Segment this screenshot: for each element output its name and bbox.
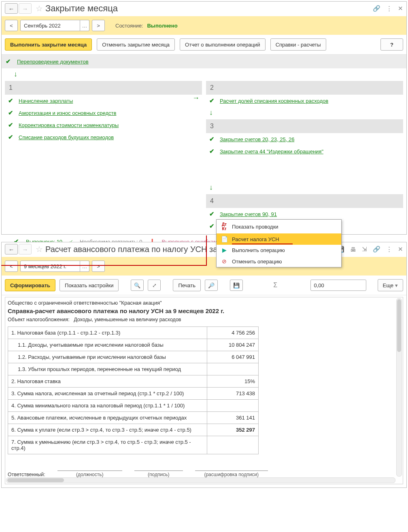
nav-forward-button[interactable]: → bbox=[19, 3, 32, 14]
more-vertical-icon[interactable]: ⋮ bbox=[386, 246, 392, 253]
connector-line bbox=[206, 235, 207, 266]
references-button[interactable]: Справки - расчеты bbox=[270, 38, 326, 51]
sum-field[interactable]: 0,00 bbox=[310, 280, 366, 291]
stage-2-header: 2 bbox=[206, 81, 403, 95]
check-icon: ✔ bbox=[7, 97, 14, 104]
table-row: 1.2. Расходы, учитываемые при исчислении… bbox=[8, 351, 259, 363]
print-icon[interactable]: 🖶 bbox=[350, 246, 356, 253]
operation-link[interactable]: Закрытие счета 44 "Издержки обращения" bbox=[220, 148, 323, 155]
table-row: 7. Сумма к уменьшению (если стр.3 > стр.… bbox=[8, 436, 259, 454]
nav-back-button[interactable]: ← bbox=[5, 3, 18, 14]
favorite-star-icon[interactable]: ☆ bbox=[36, 4, 43, 13]
report-title: Справка-расчет авансового платежа по нал… bbox=[8, 307, 400, 315]
cancel-icon: ⊘ bbox=[221, 258, 228, 265]
link-icon[interactable]: 🔗 bbox=[373, 246, 380, 253]
check-icon: ✔ bbox=[5, 58, 11, 65]
window-title: Закрытие месяца bbox=[45, 3, 118, 14]
ctx-cancel-operation[interactable]: ⊘Отменить операцию bbox=[217, 256, 341, 267]
export-icon[interactable]: ⇲ bbox=[362, 246, 367, 253]
stage-4-header: 4 bbox=[206, 194, 403, 208]
responsible-label: Ответственный: bbox=[8, 472, 45, 477]
link-icon[interactable]: 🔗 bbox=[373, 5, 380, 12]
signature-caption: (расшифровка подписи) bbox=[195, 472, 268, 477]
ctx-run-operation[interactable]: ▶Выполнить операцию bbox=[217, 244, 341, 256]
repost-documents-link[interactable]: Перепроведение документов bbox=[17, 59, 89, 65]
signature-blank bbox=[57, 465, 122, 471]
operations-report-button[interactable]: Отчет о выполнении операций bbox=[180, 38, 266, 51]
chevron-down-icon: ▾ bbox=[395, 282, 398, 288]
signature-blank bbox=[195, 465, 268, 471]
save-button[interactable]: 💾 bbox=[230, 280, 243, 291]
down-arrow-icon: ↓ bbox=[14, 70, 17, 78]
down-arrow-icon: ↓ bbox=[209, 183, 213, 191]
period-next-button[interactable]: > bbox=[92, 20, 105, 31]
ctx-show-postings[interactable]: ДтКтПоказать проводки bbox=[217, 220, 341, 233]
table-row: 6. Сумма к уплате (если стр.3 > стр.4, т… bbox=[8, 424, 259, 436]
period-prev-button[interactable]: < bbox=[5, 20, 18, 31]
signature-caption: (подпись) bbox=[134, 472, 183, 477]
table-row: 5. Авансовые платежи, исчисленные в пред… bbox=[8, 412, 259, 424]
operation-link[interactable]: Амортизация и износ основных средств bbox=[19, 110, 116, 116]
find-button[interactable]: 🔍 bbox=[131, 280, 144, 291]
operation-link[interactable]: Корректировка стоимости номенклатуры bbox=[19, 122, 119, 128]
close-icon[interactable]: ✕ bbox=[398, 5, 403, 12]
tax-object-value: Доходы, уменьшенные на величину расходов bbox=[74, 317, 181, 322]
check-icon: ✔ bbox=[208, 136, 215, 143]
horizontal-scrollbar[interactable] bbox=[6, 477, 395, 483]
state-caption: Состояние: bbox=[115, 23, 143, 29]
vertical-scrollbar[interactable] bbox=[396, 298, 402, 477]
state-value: Выполнено bbox=[147, 23, 177, 29]
form-report-button[interactable]: Сформировать bbox=[5, 279, 55, 291]
nav-back-button[interactable]: ← bbox=[5, 244, 18, 254]
document-icon: 📄 bbox=[221, 236, 228, 242]
ctx-tax-calc[interactable]: 📄Расчет налога УСН bbox=[217, 233, 341, 245]
preview-button[interactable]: 🔎 bbox=[205, 280, 218, 291]
organization-name: Общество с ограниченной ответственностью… bbox=[8, 299, 400, 307]
check-icon: ✔ bbox=[7, 134, 14, 141]
scrollbar-thumb[interactable] bbox=[397, 299, 401, 352]
period-next-button[interactable]: > bbox=[92, 261, 105, 272]
connector-line bbox=[1, 265, 207, 266]
table-row: 1.1. Доходы, учитываемые при исчислении … bbox=[8, 339, 259, 351]
operation-link[interactable]: Начисление зарплаты bbox=[19, 98, 73, 104]
period-picker-button[interactable]: … bbox=[80, 261, 89, 272]
scrollbar-thumb[interactable] bbox=[7, 478, 64, 482]
nav-forward-button[interactable]: → bbox=[19, 244, 32, 254]
table-row: 2. Налоговая ставка15% bbox=[8, 375, 259, 388]
tax-object-label: Объект налогообложения: bbox=[8, 317, 70, 322]
report-area: Общество с ограниченной ответственностью… bbox=[5, 297, 403, 484]
operation-link[interactable]: Расчет долей списания косвенных расходов bbox=[220, 98, 328, 104]
cancel-close-month-button[interactable]: Отменить закрытие месяца bbox=[97, 38, 175, 51]
sum-icon: Σ bbox=[273, 282, 277, 289]
signature-blank bbox=[134, 465, 183, 471]
period-prev-button[interactable]: < bbox=[5, 261, 18, 272]
check-icon: ✔ bbox=[208, 210, 215, 218]
operation-link[interactable]: Закрытие счетов 90, 91 bbox=[220, 211, 277, 217]
period-field[interactable]: 9 месяцев 2022 г. bbox=[20, 261, 80, 272]
context-menu: ДтКтПоказать проводки 📄Расчет налога УСН… bbox=[216, 219, 342, 267]
right-arrow-icon: → bbox=[192, 94, 200, 102]
print-button[interactable]: Печать bbox=[173, 279, 201, 291]
close-icon[interactable]: ✕ bbox=[398, 246, 403, 253]
check-icon: ✔ bbox=[7, 109, 14, 117]
table-row: 1.3. Убытки прошлых периодов, перенесенн… bbox=[8, 363, 259, 375]
period-field[interactable]: Сентябрь 2022 bbox=[20, 20, 80, 31]
table-row: 1. Налоговая база (стр.1.1 - стр.1.2 - с… bbox=[8, 327, 259, 339]
expand-button[interactable]: ⤢ bbox=[148, 280, 161, 291]
check-icon: ✔ bbox=[208, 97, 215, 104]
help-button[interactable]: ? bbox=[380, 38, 403, 51]
more-button[interactable]: Еще ▾ bbox=[378, 279, 403, 291]
signature-caption: (должность) bbox=[57, 472, 122, 477]
run-close-month-button[interactable]: Выполнить закрытие месяца bbox=[5, 38, 92, 51]
more-vertical-icon[interactable]: ⋮ bbox=[386, 5, 392, 12]
favorite-star-icon[interactable]: ☆ bbox=[36, 244, 43, 254]
down-arrow-icon: ↓ bbox=[209, 108, 213, 117]
check-icon: ✔ bbox=[208, 223, 215, 230]
check-icon: ✔ bbox=[208, 148, 215, 155]
period-picker-button[interactable]: … bbox=[80, 20, 89, 31]
operation-link[interactable]: Закрытие счетов 20, 23, 25, 26 bbox=[220, 136, 294, 142]
operation-link[interactable]: Списание расходов будущих периодов bbox=[19, 134, 114, 140]
run-icon: ▶ bbox=[221, 247, 228, 253]
show-settings-button[interactable]: Показать настройки bbox=[60, 279, 119, 291]
postings-icon: ДтКт bbox=[221, 222, 228, 231]
